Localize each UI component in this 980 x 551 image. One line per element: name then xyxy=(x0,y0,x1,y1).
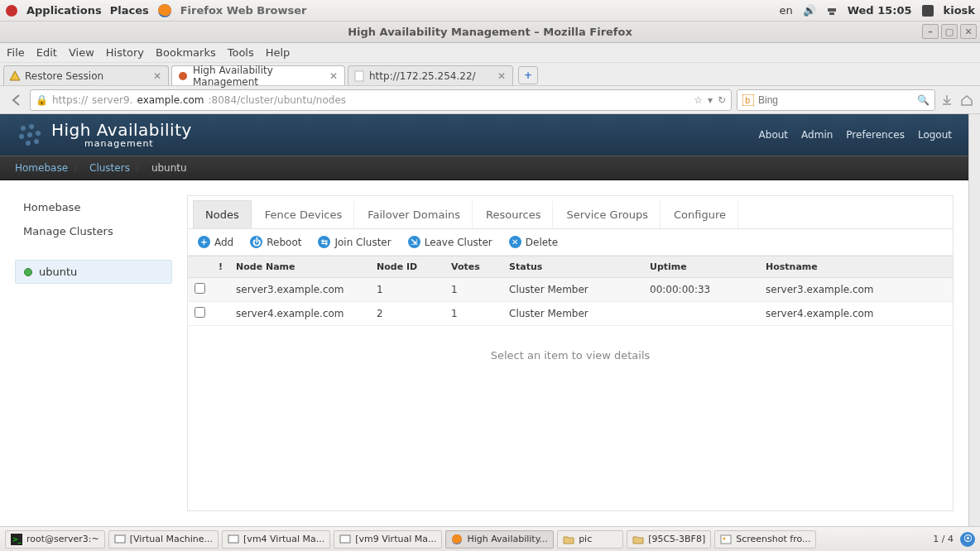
reader-mode-icon[interactable]: ☆ xyxy=(694,94,703,106)
task-pic[interactable]: pic xyxy=(557,530,623,549)
tab-close-button[interactable]: ✕ xyxy=(151,70,163,82)
task-firefox[interactable]: High Availability... xyxy=(445,530,554,549)
tab-resources[interactable]: Resources xyxy=(474,201,553,228)
task-vm9[interactable]: [vm9 Virtual Ma... xyxy=(334,530,442,549)
tab-ip-address[interactable]: http://172.25.254.22/ ✕ xyxy=(348,65,513,85)
link-preferences[interactable]: Preferences xyxy=(846,129,905,141)
col-hostname[interactable]: Hostname xyxy=(759,256,953,278)
firefox-menubar: File Edit View History Bookmarks Tools H… xyxy=(0,43,980,63)
menu-places[interactable]: Places xyxy=(110,4,149,17)
svg-point-0 xyxy=(6,5,17,17)
window-close-button[interactable]: ✕ xyxy=(960,24,977,39)
home-icon[interactable] xyxy=(960,93,973,107)
col-node-name[interactable]: Node Name xyxy=(229,256,370,278)
menu-applications[interactable]: Applications xyxy=(26,4,102,17)
vertical-scrollbar[interactable] xyxy=(968,114,980,526)
task-screenshot[interactable]: Screenshot fro... xyxy=(714,530,816,549)
crumb-clusters[interactable]: Clusters xyxy=(79,156,142,180)
window-minimize-button[interactable]: – xyxy=(922,24,939,39)
cluster-icon xyxy=(177,70,189,82)
action-join[interactable]: ⇆Join Cluster xyxy=(318,236,391,248)
user-menu-icon[interactable] xyxy=(922,5,934,17)
col-votes[interactable]: Votes xyxy=(444,256,502,278)
active-app-label: Firefox Web Browser xyxy=(180,4,307,17)
new-tab-button[interactable]: + xyxy=(518,66,538,84)
url-scheme: https:// xyxy=(52,94,88,106)
action-delete[interactable]: ✕Delete xyxy=(509,236,558,248)
task-vm4[interactable]: [vm4 Virtual Ma... xyxy=(222,530,330,549)
search-input[interactable] xyxy=(758,94,913,106)
table-row[interactable]: server4.example.com21Cluster Memberserve… xyxy=(188,302,953,326)
row-checkbox[interactable] xyxy=(195,307,205,318)
task-label: pic xyxy=(579,534,592,544)
workspace-switcher-icon[interactable]: ⦿ xyxy=(960,532,975,547)
action-leave[interactable]: ⇲Leave Cluster xyxy=(408,236,492,248)
nodes-table: ! Node Name Node ID Votes Status Uptime … xyxy=(188,256,953,326)
network-icon[interactable] xyxy=(826,5,838,17)
keyboard-lang[interactable]: en xyxy=(779,4,792,17)
task-drive[interactable]: [95C5-3BF8] xyxy=(627,530,711,549)
user-label[interactable]: kiosk xyxy=(944,4,975,17)
col-status[interactable]: Status xyxy=(502,256,643,278)
reload-icon[interactable]: ↻ xyxy=(718,94,726,106)
link-admin[interactable]: Admin xyxy=(801,129,833,141)
cell-status: Cluster Member xyxy=(502,278,643,302)
sidebar-manage-clusters[interactable]: Manage Clusters xyxy=(15,219,172,243)
col-node-id[interactable]: Node ID xyxy=(370,256,444,278)
tab-fence-devices[interactable]: Fence Devices xyxy=(253,201,355,228)
url-bar[interactable]: 🔒 https://server9.example.com:8084/clust… xyxy=(30,89,732,111)
svg-text:>_: >_ xyxy=(12,536,22,544)
vm-icon xyxy=(228,534,239,545)
tab-restore-session[interactable]: Restore Session ✕ xyxy=(3,65,169,85)
downloads-icon[interactable] xyxy=(940,93,954,107)
action-reboot[interactable]: ⏻Reboot xyxy=(250,236,301,248)
sidebar-homebase[interactable]: Homebase xyxy=(15,195,172,219)
action-label: Delete xyxy=(526,237,558,248)
window-titlebar: High Availability Management – Mozilla F… xyxy=(0,22,980,43)
tab-close-button[interactable]: ✕ xyxy=(328,70,339,82)
task-label: Screenshot fro... xyxy=(736,534,810,544)
row-checkbox[interactable] xyxy=(195,283,205,294)
breadcrumb: Homebase Clusters ubuntu xyxy=(0,156,968,180)
cluster-name: ubuntu xyxy=(39,266,77,278)
app-subtitle: management xyxy=(84,139,192,149)
workspace-indicator[interactable]: 1 / 4 xyxy=(933,534,954,544)
action-add[interactable]: +Add xyxy=(198,236,233,248)
menu-view[interactable]: View xyxy=(69,46,94,59)
tab-failover-domains[interactable]: Failover Domains xyxy=(356,201,473,228)
menu-bookmarks[interactable]: Bookmarks xyxy=(156,46,216,59)
tab-service-groups[interactable]: Service Groups xyxy=(555,201,661,228)
link-about[interactable]: About xyxy=(759,129,788,141)
tab-close-button[interactable]: ✕ xyxy=(496,70,507,82)
firefox-icon[interactable] xyxy=(157,3,172,18)
svg-point-13 xyxy=(36,131,41,136)
clock[interactable]: Wed 15:05 xyxy=(848,4,912,17)
svg-rect-3 xyxy=(829,12,834,15)
sidebar-cluster-item[interactable]: ubuntu xyxy=(15,260,172,284)
link-logout[interactable]: Logout xyxy=(918,129,952,141)
col-uptime[interactable]: Uptime xyxy=(643,256,759,278)
back-button[interactable] xyxy=(7,91,25,109)
search-box[interactable]: b 🔍 xyxy=(737,89,935,111)
table-row[interactable]: server3.example.com11Cluster Member00:00… xyxy=(188,278,953,302)
search-icon[interactable]: 🔍 xyxy=(917,94,930,106)
tab-nodes[interactable]: Nodes xyxy=(193,200,252,228)
menu-edit[interactable]: Edit xyxy=(36,46,57,59)
delete-icon: ✕ xyxy=(509,236,521,248)
menu-help[interactable]: Help xyxy=(266,46,291,59)
window-maximize-button[interactable]: ▢ xyxy=(941,24,958,39)
menu-history[interactable]: History xyxy=(106,46,144,59)
firefox-icon xyxy=(451,534,463,545)
tab-configure[interactable]: Configure xyxy=(662,201,738,228)
power-icon: ⏻ xyxy=(250,236,262,248)
task-vm[interactable]: [Virtual Machine... xyxy=(108,530,219,549)
vm-icon xyxy=(114,534,126,545)
tab-ha-management[interactable]: High Availability Management ✕ xyxy=(171,65,345,85)
menu-tools[interactable]: Tools xyxy=(228,46,254,59)
dropdown-history-icon[interactable]: ▾ xyxy=(708,94,713,106)
cell-uptime: 00:00:00:33 xyxy=(643,278,759,302)
volume-icon[interactable]: 🔊 xyxy=(803,4,816,17)
task-terminal[interactable]: >_root@server3:~ xyxy=(5,530,105,549)
crumb-homebase[interactable]: Homebase xyxy=(5,156,79,180)
menu-file[interactable]: File xyxy=(7,46,25,59)
